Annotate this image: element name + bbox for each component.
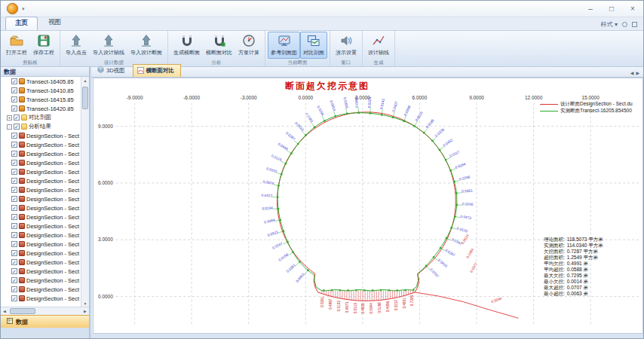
open-project-button[interactable]: 打开工程: [3, 32, 30, 59]
window-layout-icon[interactable]: [632, 22, 637, 27]
ribbon-group-buttons: 参考剖面图对比剖面: [268, 32, 327, 59]
compare-cross-section-button[interactable]: 横断面对比: [203, 32, 235, 59]
compare-profile-button[interactable]: 对比剖面: [300, 32, 327, 59]
tree-checkbox[interactable]: ✓: [11, 187, 17, 193]
hscroll-thumb[interactable]: [10, 308, 35, 314]
tree-checkbox[interactable]: ✓: [11, 295, 17, 301]
tree-checkbox[interactable]: ✓: [11, 250, 17, 256]
tree-item-section[interactable]: ✓DesignSection - Sect: [1, 158, 81, 167]
tree-item-section[interactable]: ✓DesignSection - Sect: [1, 231, 81, 240]
generate-cross-section-button[interactable]: 生成横断面: [170, 32, 203, 59]
tree-checkbox[interactable]: ✓: [11, 205, 17, 211]
tree-checkbox[interactable]: ✓: [11, 151, 17, 157]
tree-checkbox[interactable]: ✓: [11, 142, 17, 148]
tab-scroll-right-icon[interactable]: ▶: [636, 70, 639, 75]
import-design-axis-button[interactable]: 导入设计轴线: [90, 32, 127, 59]
tree-item-section[interactable]: ✓DesignSection - Sect: [1, 221, 81, 231]
doc-tab-3d-view[interactable]: 3D视图: [93, 64, 132, 77]
scroll-right-icon[interactable]: ▶: [81, 307, 89, 315]
ribbon-tab-view[interactable]: 视图: [39, 17, 70, 30]
tree-checkbox[interactable]: ✓: [11, 133, 17, 139]
style-button[interactable]: 样式 ▾: [601, 20, 618, 29]
ribbon-group-buttons: 生成横断面横断面对比方量计算: [170, 32, 262, 59]
theme-circle-icon[interactable]: [622, 22, 627, 27]
tree-item-section[interactable]: ✓DesignSection - Sect: [1, 176, 81, 185]
tree-item-transect[interactable]: ✓Transect-16405.85: [1, 77, 81, 86]
tree-checkbox[interactable]: ✓: [11, 241, 17, 247]
tree-checkbox[interactable]: ✓: [14, 124, 20, 130]
close-button[interactable]: ×: [622, 1, 643, 17]
import-point-cloud-button[interactable]: 导入点云: [63, 32, 90, 59]
tree-item-section[interactable]: ✓DesignSection - Sect: [1, 285, 81, 294]
hscroll-track[interactable]: [8, 307, 81, 315]
tree-item-transect[interactable]: ✓Transect-16415.85: [1, 95, 81, 104]
tree-checkbox[interactable]: ✓: [11, 87, 17, 93]
data-panel-tab[interactable]: 数据: [1, 315, 89, 328]
tree-checkbox[interactable]: ✓: [11, 169, 17, 175]
tree-item-section[interactable]: ✓DesignSection - Sect: [1, 249, 81, 258]
tree-expander-icon[interactable]: +: [7, 115, 12, 121]
document-tabs: 3D视图横断面对比: [93, 64, 181, 77]
quick-access-caret-icon[interactable]: ▾: [22, 6, 25, 12]
tree-expander-icon[interactable]: -: [7, 124, 12, 130]
minimize-button[interactable]: –: [580, 1, 601, 17]
section-icon: [19, 160, 25, 166]
tree-checkbox[interactable]: ✓: [11, 268, 17, 274]
scroll-up-icon[interactable]: ▲: [81, 77, 89, 84]
ribbon-group-buttons: 打开工程保存工程: [3, 32, 57, 59]
svg-text:0.0141: 0.0141: [379, 98, 385, 110]
ribbon-button-label: 打开工程: [6, 49, 27, 56]
tree-item-folder[interactable]: -✓分析结果: [1, 122, 81, 131]
tree-checkbox[interactable]: ✓: [11, 223, 17, 229]
tree-checkbox[interactable]: ✓: [11, 277, 17, 283]
demo-settings-button[interactable]: 演示设置: [333, 32, 360, 59]
tree-item-section[interactable]: ✓DesignSection - Sect: [1, 240, 81, 249]
scroll-down-icon[interactable]: ▼: [81, 300, 89, 307]
tree-checkbox[interactable]: ✓: [11, 259, 17, 265]
tree-checkbox[interactable]: ✓: [11, 78, 17, 84]
tree-vertical-scrollbar[interactable]: ▲ ▼: [81, 77, 89, 307]
svg-text:0.0310: 0.0310: [265, 166, 278, 173]
vscroll-track[interactable]: [81, 84, 89, 300]
svg-text:0.0624: 0.0624: [461, 234, 470, 245]
save-project-button[interactable]: 保存工程: [30, 32, 57, 59]
tree-item-section[interactable]: ✓DesignSection - Sect: [1, 167, 81, 176]
tree-checkbox[interactable]: ✓: [14, 115, 20, 121]
tree-checkbox[interactable]: ✓: [11, 214, 17, 220]
tree-checkbox[interactable]: ✓: [11, 232, 17, 238]
app-icon[interactable]: [7, 3, 18, 14]
svg-text:0.0398: 0.0398: [458, 175, 471, 181]
tree-item-section[interactable]: ✓DesignSection - Sect: [1, 203, 81, 212]
tree-horizontal-scrollbar[interactable]: ◀ ▶: [1, 307, 89, 315]
design-axis-button[interactable]: 设计轴线: [365, 32, 392, 59]
tree-item-section[interactable]: ✓DesignSection - Sect: [1, 258, 81, 267]
tree-item-section[interactable]: ✓DesignSection - Sect: [1, 212, 81, 221]
chart-canvas[interactable]: -9.0000-6.0000-3.00000.00003.00006.00009…: [93, 78, 643, 334]
ribbon-tab-home[interactable]: 主页: [5, 17, 38, 30]
volume-calculation-button[interactable]: 方量计算: [235, 32, 262, 59]
tree-checkbox[interactable]: ✓: [11, 286, 17, 292]
tree-item-section[interactable]: ✓DesignSection - Sect: [1, 194, 81, 203]
tree-checkbox[interactable]: ✓: [11, 178, 17, 184]
vscroll-thumb[interactable]: [82, 87, 88, 109]
scroll-left-icon[interactable]: ◀: [1, 307, 8, 315]
tree-item-transect[interactable]: ✓Transect-16410.85: [1, 86, 81, 95]
tree-checkbox[interactable]: ✓: [11, 196, 17, 202]
reference-profile-button[interactable]: 参考剖面图: [268, 32, 300, 59]
maximize-button[interactable]: □: [601, 1, 622, 17]
tree-item-section[interactable]: ✓DesignSection - Sect: [1, 267, 81, 276]
tree-item-folder[interactable]: +✓对比剖面: [1, 113, 81, 122]
tree-item-section[interactable]: ✓DesignSection - Sect: [1, 131, 81, 140]
tree-item-section[interactable]: ✓DesignSection - Sect: [1, 294, 81, 303]
doc-tab-section-compare[interactable]: 横断面对比: [133, 64, 182, 77]
tree-item-section[interactable]: ✓DesignSection - Sect: [1, 276, 81, 285]
tree-item-section[interactable]: ✓DesignSection - Sect: [1, 185, 81, 194]
tree-checkbox[interactable]: ✓: [11, 105, 17, 111]
tab-scroll-left-icon[interactable]: ◀: [630, 70, 634, 75]
tree-checkbox[interactable]: ✓: [11, 96, 17, 102]
tree-checkbox[interactable]: ✓: [11, 160, 17, 166]
tree-item-section[interactable]: ✓DesignSection - Sect: [1, 149, 81, 158]
tree-item-transect[interactable]: ✓Transect-16420.85: [1, 104, 81, 113]
import-design-section-button[interactable]: 导入设计断面: [127, 32, 165, 59]
tree-item-section[interactable]: ✓DesignSection - Sect: [1, 140, 81, 149]
